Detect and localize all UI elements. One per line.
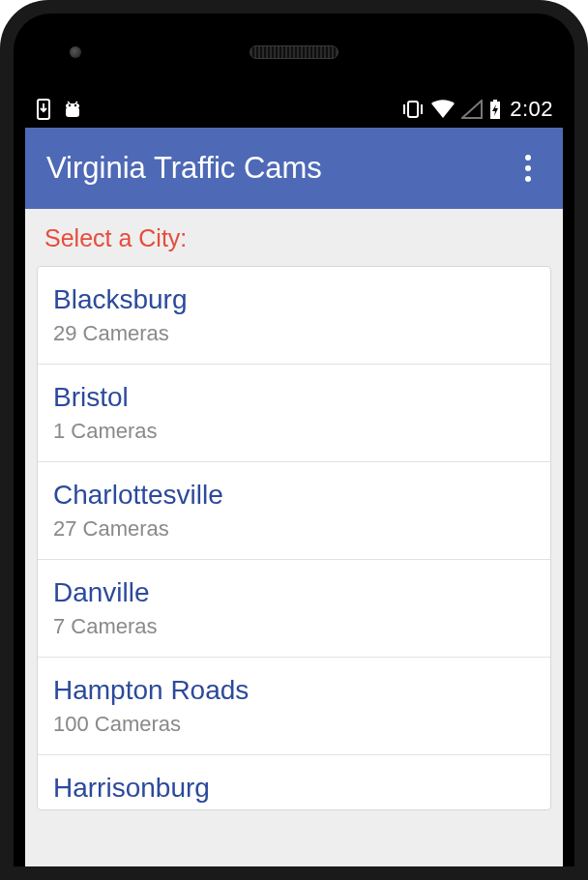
city-item-danville[interactable]: Danville 7 Cameras	[38, 560, 550, 658]
vibrate-icon	[401, 100, 425, 119]
city-item-bristol[interactable]: Bristol 1 Cameras	[38, 365, 550, 462]
city-camera-count: 1 Cameras	[53, 419, 535, 444]
battery-charging-icon	[488, 99, 502, 120]
overflow-menu-button[interactable]	[514, 155, 542, 182]
svg-rect-11	[493, 100, 497, 103]
city-camera-count: 27 Cameras	[53, 516, 535, 542]
svg-line-6	[75, 102, 77, 103]
phone-speaker-area	[14, 14, 574, 91]
screen: 2:02 Virginia Traffic Cams Select a City…	[25, 91, 563, 866]
more-vert-icon	[525, 155, 531, 182]
status-left	[35, 99, 83, 120]
status-right: 2:02	[401, 97, 553, 122]
city-name: Harrisonburg	[53, 773, 535, 804]
status-clock: 2:02	[508, 97, 553, 122]
svg-point-3	[69, 104, 71, 106]
city-item-hampton-roads[interactable]: Hampton Roads 100 Cameras	[38, 658, 550, 755]
city-list[interactable]: Blacksburg 29 Cameras Bristol 1 Cameras …	[37, 266, 551, 810]
app-title: Virginia Traffic Cams	[46, 151, 322, 186]
city-name: Danville	[53, 577, 535, 608]
city-item-charlottesville[interactable]: Charlottesville 27 Cameras	[38, 462, 550, 560]
svg-rect-7	[408, 102, 418, 117]
city-item-harrisonburg[interactable]: Harrisonburg	[38, 755, 550, 804]
city-camera-count: 29 Cameras	[53, 321, 535, 346]
city-name: Hampton Roads	[53, 675, 535, 706]
city-item-blacksburg[interactable]: Blacksburg 29 Cameras	[38, 267, 550, 365]
debug-icon	[62, 99, 83, 120]
city-camera-count: 7 Cameras	[53, 614, 535, 639]
city-name: Blacksburg	[53, 284, 535, 315]
wifi-icon	[430, 100, 456, 119]
phone-inner: 2:02 Virginia Traffic Cams Select a City…	[14, 14, 574, 866]
svg-rect-2	[66, 103, 79, 108]
phone-body: 2:02 Virginia Traffic Cams Select a City…	[0, 0, 588, 880]
download-icon	[35, 99, 52, 120]
svg-line-5	[68, 102, 70, 103]
app-bar: Virginia Traffic Cams	[25, 128, 563, 209]
svg-rect-1	[66, 107, 79, 117]
device-frame: 2:02 Virginia Traffic Cams Select a City…	[0, 0, 588, 880]
section-header: Select a City:	[25, 209, 563, 266]
content: Select a City: Blacksburg 29 Cameras Bri…	[25, 209, 563, 810]
svg-point-4	[74, 104, 76, 106]
city-name: Charlottesville	[53, 480, 535, 511]
front-camera	[70, 46, 81, 58]
city-name: Bristol	[53, 382, 535, 413]
status-bar: 2:02	[25, 91, 563, 128]
city-camera-count: 100 Cameras	[53, 712, 535, 737]
phone-speaker	[250, 45, 338, 59]
signal-icon	[461, 100, 483, 119]
